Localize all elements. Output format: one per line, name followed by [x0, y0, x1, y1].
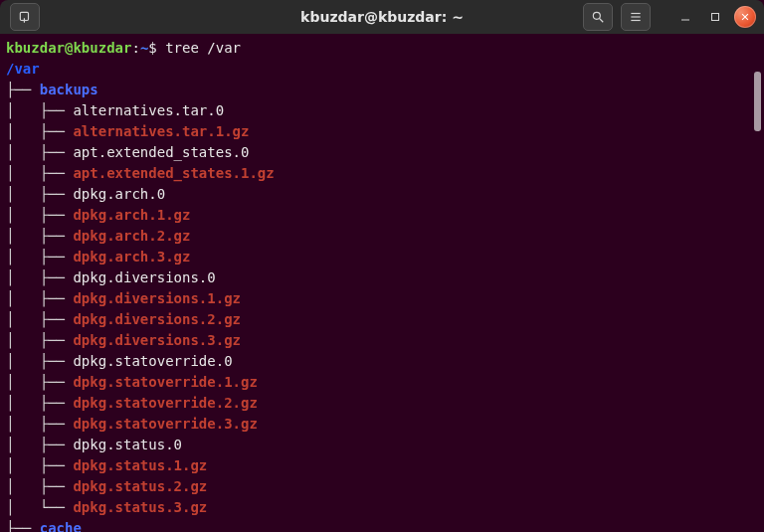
- tree-entry: apt.extended_states.1.gz: [73, 165, 274, 181]
- terminal-line: │ ├── dpkg.arch.3.gz: [6, 247, 754, 267]
- tree-branch: │ ├──: [6, 374, 73, 390]
- terminal-line: ├── backups: [6, 80, 754, 100]
- terminal-line: │ ├── dpkg.arch.1.gz: [6, 205, 754, 226]
- terminal-line: │ ├── dpkg.diversions.0: [6, 267, 754, 288]
- tree-entry: dpkg.diversions.0: [73, 269, 215, 285]
- tree-entry: alternatives.tar.0: [73, 102, 224, 118]
- terminal-line: │ ├── dpkg.arch.2.gz: [6, 226, 754, 247]
- tree-branch: │ ├──: [6, 457, 73, 473]
- tree-entry: dpkg.diversions.2.gz: [73, 311, 241, 327]
- tree-entry: dpkg.statoverride.1.gz: [73, 374, 257, 390]
- new-tab-icon: [18, 10, 32, 24]
- scrollbar-thumb[interactable]: [754, 72, 761, 131]
- tree-entry: dpkg.diversions.1.gz: [73, 290, 241, 306]
- terminal-line: │ ├── alternatives.tar.1.gz: [6, 121, 754, 142]
- tree-entry: dpkg.status.1.gz: [73, 457, 207, 473]
- terminal-line: │ ├── dpkg.diversions.2.gz: [6, 309, 754, 330]
- tree-entry: dpkg.arch.1.gz: [73, 207, 190, 223]
- terminal-line: │ ├── dpkg.status.1.gz: [6, 455, 754, 476]
- tree-branch: │ ├──: [6, 478, 73, 494]
- tree-entry: dpkg.diversions.3.gz: [73, 332, 241, 348]
- tree-entry: dpkg.statoverride.2.gz: [73, 395, 257, 411]
- prompt-sep: :: [131, 40, 139, 56]
- terminal-line: │ ├── dpkg.diversions.1.gz: [6, 288, 754, 309]
- tree-branch: │ ├──: [6, 395, 73, 411]
- prompt-command: tree /var: [165, 40, 241, 56]
- terminal-line: ├── cache: [6, 518, 754, 532]
- tree-branch: │ ├──: [6, 228, 73, 244]
- terminal-area[interactable]: kbuzdar@kbuzdar:~$ tree /var/var├── back…: [0, 34, 764, 532]
- tree-branch: │ ├──: [6, 123, 73, 139]
- tree-branch: │ └──: [6, 499, 73, 515]
- tree-branch: │ ├──: [6, 144, 73, 160]
- tree-entry: dpkg.status.3.gz: [73, 499, 207, 515]
- tree-branch: │ ├──: [6, 332, 73, 348]
- hamburger-icon: [629, 10, 643, 24]
- svg-line-4: [600, 19, 604, 23]
- svg-rect-9: [712, 14, 719, 21]
- terminal-line: │ ├── dpkg.diversions.3.gz: [6, 330, 754, 351]
- tree-entry: dpkg.status.2.gz: [73, 478, 207, 494]
- tree-entry: dpkg.status.0: [73, 437, 182, 452]
- tree-entry: dpkg.statoverride.3.gz: [73, 416, 257, 432]
- prompt-userhost: kbuzdar@kbuzdar: [6, 40, 131, 56]
- tree-branch: │ ├──: [6, 249, 73, 265]
- terminal-line: │ ├── dpkg.status.0: [6, 435, 754, 455]
- tree-dir: backups: [40, 82, 98, 97]
- terminal-line: │ ├── dpkg.statoverride.0: [6, 351, 754, 372]
- terminal-line: │ ├── alternatives.tar.0: [6, 100, 754, 121]
- tree-branch: ├──: [6, 520, 40, 532]
- search-button[interactable]: [583, 3, 613, 31]
- tree-entry: alternatives.tar.1.gz: [73, 123, 249, 139]
- prompt-dollar: $: [148, 40, 165, 56]
- tree-entry: dpkg.arch.3.gz: [73, 249, 190, 265]
- tree-entry: dpkg.statoverride.0: [73, 353, 232, 369]
- new-tab-button[interactable]: [10, 3, 40, 31]
- menu-button[interactable]: [621, 3, 651, 31]
- tree-branch: │ ├──: [6, 290, 73, 306]
- close-button[interactable]: [734, 6, 756, 28]
- svg-point-3: [593, 12, 600, 19]
- tree-branch: │ ├──: [6, 353, 73, 369]
- tree-entry: apt.extended_states.0: [73, 144, 249, 160]
- close-icon: [740, 12, 750, 22]
- terminal-line: │ ├── apt.extended_states.1.gz: [6, 163, 754, 184]
- maximize-button[interactable]: [704, 6, 726, 28]
- tree-branch: │ ├──: [6, 269, 73, 285]
- tree-entry: dpkg.arch.2.gz: [73, 228, 190, 244]
- minimize-button[interactable]: [674, 6, 696, 28]
- terminal-line: │ ├── dpkg.statoverride.2.gz: [6, 393, 754, 414]
- terminal-line: │ └── dpkg.status.3.gz: [6, 497, 754, 518]
- terminal-line: /var: [6, 59, 754, 80]
- terminal-line: │ ├── dpkg.status.2.gz: [6, 476, 754, 497]
- tree-root: /var: [6, 61, 40, 77]
- maximize-icon: [709, 11, 721, 23]
- tree-branch: │ ├──: [6, 207, 73, 223]
- tree-branch: │ ├──: [6, 102, 73, 118]
- window-titlebar: kbuzdar@kbuzdar: ~: [0, 0, 764, 34]
- search-icon: [591, 10, 605, 24]
- terminal-line: kbuzdar@kbuzdar:~$ tree /var: [6, 38, 754, 59]
- tree-branch: │ ├──: [6, 416, 73, 432]
- tree-branch: │ ├──: [6, 186, 73, 202]
- tree-dir: cache: [40, 520, 82, 532]
- terminal-line: │ ├── dpkg.arch.0: [6, 184, 754, 205]
- terminal-line: │ ├── dpkg.statoverride.1.gz: [6, 372, 754, 393]
- tree-branch: │ ├──: [6, 165, 73, 181]
- tree-entry: dpkg.arch.0: [73, 186, 165, 202]
- terminal-line: │ ├── dpkg.statoverride.3.gz: [6, 414, 754, 435]
- tree-branch: │ ├──: [6, 437, 73, 452]
- minimize-icon: [679, 11, 691, 23]
- tree-branch: ├──: [6, 82, 40, 97]
- terminal-line: │ ├── apt.extended_states.0: [6, 142, 754, 163]
- tree-branch: │ ├──: [6, 311, 73, 327]
